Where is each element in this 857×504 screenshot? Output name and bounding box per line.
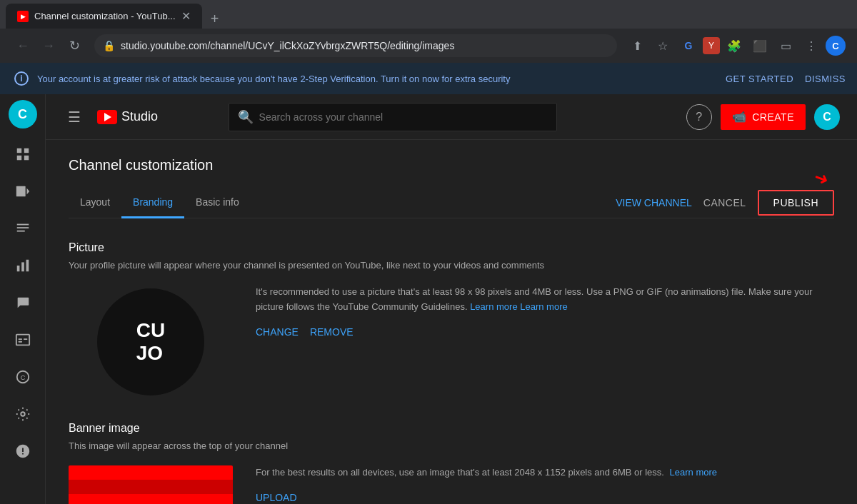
sidebar-item-content[interactable] [6, 174, 40, 208]
studio-label: Studio [121, 109, 158, 124]
sidebar-item-settings[interactable] [6, 397, 40, 431]
tab-close-button[interactable]: ✕ [181, 9, 191, 23]
more-options-icon[interactable]: ⋮ [800, 34, 823, 57]
sidebar-item-dashboard[interactable] [6, 137, 40, 171]
bookmark-icon[interactable]: ☆ [651, 34, 674, 57]
svg-rect-6 [16, 224, 29, 226]
main-content: ☰ Studio 🔍 ? 📹 CREATE C Ch [46, 94, 857, 504]
extension-icon[interactable]: Y [703, 37, 720, 54]
tab-layout[interactable]: Layout [69, 188, 121, 218]
extensions-puzzle-icon[interactable]: 🧩 [723, 34, 746, 57]
svg-rect-10 [21, 262, 24, 271]
security-banner: i Your account is at greater risk of att… [0, 63, 857, 94]
svg-rect-12 [16, 335, 29, 346]
svg-rect-2 [16, 156, 21, 160]
url-text: studio.youtube.com/channel/UCvY_ilCkXoZY… [121, 40, 454, 51]
tab-bar: ▶ Channel customization - YouTub... ✕ + [0, 0, 857, 29]
change-picture-button[interactable]: CHANGE [256, 326, 299, 338]
studio-logo[interactable]: Studio [97, 109, 158, 124]
sidebar-item-subtitles[interactable] [6, 323, 40, 357]
cancel-button[interactable]: CANCEL [703, 197, 746, 208]
tabs-row: Layout Branding Basic info VIEW CHANNEL … [69, 188, 834, 218]
feedback-icon [15, 443, 31, 459]
reload-button[interactable]: ↻ [63, 34, 86, 57]
profile-picture-preview: CUJO [69, 285, 233, 399]
list-icon [15, 221, 31, 236]
sidebar-item-copyright[interactable]: C [6, 360, 40, 394]
gear-icon [15, 406, 31, 422]
cast-icon[interactable]: ⬛ [748, 34, 771, 57]
sidebar-panel-icon[interactable]: ▭ [774, 34, 797, 57]
svg-marker-5 [26, 188, 29, 194]
sidebar-channel-avatar[interactable]: C [9, 100, 37, 128]
picture-learn-more-text[interactable]: Learn more [520, 301, 567, 312]
tab-favicon: ▶ [17, 11, 29, 22]
user-avatar[interactable]: C [814, 104, 840, 130]
help-button[interactable]: ? [686, 104, 712, 130]
security-banner-buttons: GET STARTED DISMISS [726, 74, 846, 84]
banner-pattern [69, 465, 233, 504]
svg-text:C: C [20, 374, 25, 381]
dismiss-button[interactable]: DISMISS [805, 74, 846, 84]
search-input[interactable] [259, 111, 548, 123]
tab-branding[interactable]: Branding [121, 188, 184, 218]
back-button[interactable]: ← [11, 34, 34, 57]
browser-profile-avatar[interactable]: C [826, 36, 846, 56]
tab-basic-info[interactable]: Basic info [184, 188, 251, 218]
get-started-button[interactable]: GET STARTED [726, 74, 793, 84]
banner-section: Banner image This image will appear acro… [69, 422, 834, 504]
active-tab[interactable]: ▶ Channel customization - YouTub... ✕ [6, 4, 202, 29]
sidebar: C C [0, 94, 46, 504]
tab-actions: VIEW CHANNEL CANCEL ➜ PUBLISH [616, 190, 834, 216]
create-video-icon: 📹 [732, 110, 747, 124]
picture-learn-more-link[interactable]: Learn more [470, 301, 517, 312]
browser-chrome: ▶ Channel customization - YouTub... ✕ + … [0, 0, 857, 63]
view-channel-button[interactable]: VIEW CHANNEL [616, 197, 692, 208]
copyright-icon: C [15, 369, 31, 385]
banner-info: For the best results on all devices, use… [256, 465, 834, 503]
upload-banner-button[interactable]: UPLOAD [256, 492, 297, 503]
info-icon: i [14, 71, 29, 86]
nav-icons: ⬆ ☆ G Y 🧩 ⬛ ▭ ⋮ C [626, 34, 846, 57]
page-title: Channel customization [69, 157, 834, 173]
sidebar-item-comments[interactable] [6, 286, 40, 320]
remove-picture-button[interactable]: REMOVE [310, 326, 354, 338]
hamburger-menu[interactable]: ☰ [63, 106, 86, 128]
create-label: CREATE [752, 111, 794, 123]
svg-point-18 [21, 412, 25, 416]
bar-chart-icon [15, 258, 31, 273]
video-icon [15, 183, 31, 199]
banner-image-preview [69, 465, 233, 504]
page-content: Channel customization Layout Branding Ba… [46, 140, 857, 504]
svg-rect-9 [16, 266, 19, 271]
svg-rect-3 [24, 156, 28, 160]
banner-learn-more-text[interactable]: Learn more [670, 467, 717, 478]
extension-g-icon[interactable]: G [677, 34, 700, 57]
sidebar-item-playlists[interactable] [6, 211, 40, 246]
publish-button[interactable]: PUBLISH [758, 190, 834, 216]
svg-rect-11 [26, 260, 29, 272]
picture-section-title: Picture [69, 241, 834, 254]
svg-rect-1 [24, 148, 28, 153]
picture-section-desc: Your profile picture will appear where y… [69, 260, 834, 271]
picture-row: CUJO It's recommended to use a picture t… [69, 285, 834, 399]
picture-info: It's recommended to use a picture that's… [256, 285, 834, 338]
address-bar[interactable]: 🔒 studio.youtube.com/channel/UCvY_ilCkXo… [94, 34, 617, 57]
youtube-logo-icon [97, 110, 117, 124]
profile-picture-initials: CUJO [136, 319, 165, 365]
share-icon[interactable]: ⬆ [626, 34, 648, 57]
lock-icon: 🔒 [103, 40, 115, 51]
sidebar-item-feedback[interactable] [6, 434, 40, 468]
comment-icon [15, 295, 31, 311]
search-bar[interactable]: 🔍 [229, 103, 557, 131]
new-tab-button[interactable]: + [205, 9, 225, 29]
play-icon [104, 113, 111, 121]
banner-info-text: For the best results on all devices, use… [256, 465, 834, 480]
banner-section-desc: This image will appear across the top of… [69, 440, 834, 451]
svg-rect-13 [18, 338, 21, 340]
top-bar-right: ? 📹 CREATE C [686, 104, 840, 130]
create-button[interactable]: 📹 CREATE [721, 104, 806, 130]
sidebar-item-analytics[interactable] [6, 248, 40, 283]
banner-image [69, 465, 233, 504]
forward-button[interactable]: → [37, 34, 60, 57]
